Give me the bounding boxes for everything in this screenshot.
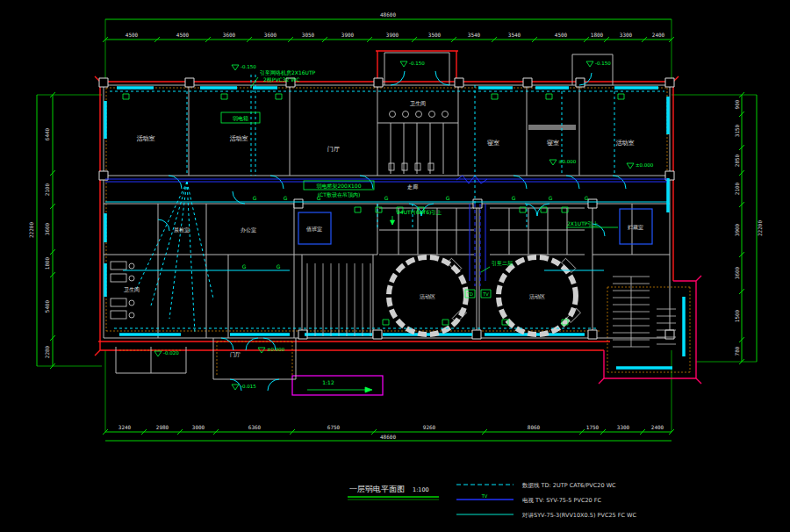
stair-left-risers bbox=[307, 263, 370, 336]
dim-label: 3500 bbox=[428, 32, 442, 38]
note-cable-tray-2: (CT敷设在吊顶内) bbox=[318, 191, 361, 198]
note-riser2: 2X1UTP引上 bbox=[567, 220, 598, 227]
note-riser-up: 24UTP(CAT6)引上 bbox=[397, 209, 442, 216]
g-mark: G bbox=[446, 195, 450, 201]
dim-label: 3900 bbox=[734, 223, 740, 236]
note-lv-cabinet: 弱电箱 bbox=[233, 115, 248, 122]
legend: 一层弱电平面图 1:100 TV 数据线 TD: 2UTP CAT6/PVC20… bbox=[348, 482, 637, 519]
room-label-activity1: 活动室 bbox=[137, 135, 155, 142]
room-label-activity3: 活动室 bbox=[616, 140, 635, 147]
dim-label: 2100 bbox=[44, 183, 50, 196]
room-label-office2: 办公室 bbox=[241, 226, 256, 233]
dim-label: 8060 bbox=[528, 424, 541, 430]
riser-arrow bbox=[391, 216, 395, 225]
floorplan-drawing: 4500 4500 3600 3600 3050 3900 3900 3500 … bbox=[0, 0, 790, 532]
fixture-layer bbox=[111, 111, 676, 348]
dim-total-bottom: 48600 bbox=[380, 434, 396, 440]
room-label-dorm2: 寝室 bbox=[547, 140, 559, 147]
td-outlet-label: TD bbox=[466, 291, 473, 297]
dim-label: 1800 bbox=[591, 32, 604, 38]
dim-label: 1800 bbox=[44, 256, 50, 270]
note-to-2f: 引至二层 bbox=[492, 260, 513, 267]
g-mark: G bbox=[512, 195, 516, 201]
dim-label: 3600 bbox=[44, 222, 50, 235]
dim-label: 3300 bbox=[620, 32, 633, 38]
wall-layer bbox=[95, 51, 701, 395]
legend-label-data: 数据线 TD: 2UTP CAT6/PVC20 WC bbox=[521, 482, 616, 489]
dim-label: 2280 bbox=[44, 345, 50, 358]
room-label-wc-left: 卫生间 bbox=[124, 286, 140, 293]
dim-label: 5400 bbox=[44, 299, 50, 313]
dim-label: 3150 bbox=[734, 124, 740, 137]
legend-tv-tag: TV bbox=[481, 493, 488, 499]
drawing-title: 一层弱电平面图 bbox=[349, 485, 405, 493]
dim-label: 3900 bbox=[386, 32, 399, 38]
dim-label: 3000 bbox=[192, 424, 205, 430]
dim-label: 9260 bbox=[423, 424, 436, 430]
note-cable-tray: 弱电桥架200X100 bbox=[316, 183, 361, 190]
g-mark: G bbox=[242, 263, 247, 270]
dim-label: 3600 bbox=[264, 32, 277, 38]
dim-label: 2980 bbox=[156, 424, 169, 430]
elev-label: -0.150 bbox=[409, 61, 425, 66]
legend-label-intercom: 对讲SYV-75-3(RVV10X0.5) PVC25 FC WC bbox=[521, 512, 637, 519]
elev-label: -0.015 bbox=[241, 384, 256, 389]
ramp-outline-magenta bbox=[292, 376, 383, 395]
g-mark: G bbox=[284, 195, 288, 201]
dim-label: 3900 bbox=[341, 32, 355, 38]
g-mark: G bbox=[585, 195, 589, 201]
dim-total-top: 48600 bbox=[380, 11, 396, 18]
drawing-scale: 1:100 bbox=[413, 486, 429, 493]
wc-fixtures bbox=[389, 111, 449, 171]
elev-label: -0.150 bbox=[595, 61, 611, 66]
cad-floorplan-canvas: 4500 4500 3600 3600 3050 3900 3900 3500 … bbox=[0, 0, 790, 532]
note-to-network-room: 引至网络机房2X16UTP bbox=[260, 69, 316, 76]
ramp-arrow bbox=[307, 387, 372, 392]
dim-label: 3540 bbox=[468, 32, 481, 38]
room-label-storage: 贮藏室 bbox=[628, 224, 643, 230]
room-label-corridor: 走廊 bbox=[407, 183, 418, 191]
dim-label: 3540 bbox=[508, 32, 521, 38]
room-label-wc-top: 卫生间 bbox=[410, 100, 426, 107]
dim-label: 4500 bbox=[555, 32, 568, 38]
room-label-hall-bottom: 门厅 bbox=[230, 351, 241, 357]
legend-label-tv: 电视 TV: SYV-75-5 PVC20 FC bbox=[522, 497, 602, 504]
wardrobe-strip bbox=[528, 125, 576, 130]
room-label-circle2: 活动区 bbox=[529, 293, 545, 300]
g-mark: G bbox=[549, 195, 553, 201]
dim-label: 6750 bbox=[327, 424, 341, 430]
dim-label: 2850 bbox=[734, 154, 740, 167]
room-label-duty: 值班室 bbox=[306, 226, 322, 232]
dim-label: 6360 bbox=[248, 424, 262, 430]
elev-label: ±0.000 bbox=[267, 347, 285, 352]
dim-label: 2400 bbox=[652, 32, 665, 38]
room-label-hall-top: 门厅 bbox=[327, 146, 340, 153]
dim-label: 1500 bbox=[734, 309, 740, 322]
elev-label: -0.020 bbox=[163, 350, 179, 356]
room-label-dorm1: 寝室 bbox=[487, 140, 499, 147]
dim-total-right: 22200 bbox=[757, 220, 763, 236]
note-conduit: 2根PVC32 WC bbox=[263, 76, 299, 83]
walls-gray bbox=[104, 53, 670, 379]
elev-label: -0.150 bbox=[241, 64, 256, 69]
dim-label: 780 bbox=[734, 346, 740, 356]
dim-label: 2400 bbox=[651, 424, 664, 430]
dim-total-left: 22200 bbox=[28, 222, 34, 238]
door-arcs-cyan bbox=[158, 71, 626, 391]
room-label-circle1: 活动区 bbox=[420, 293, 435, 300]
dim-label: 3600 bbox=[734, 266, 740, 279]
tv-outlet-label: TV bbox=[482, 291, 489, 297]
ramp-label: 1:12 bbox=[322, 379, 334, 385]
tv-trunk-blue bbox=[105, 176, 667, 281]
dim-label: 3600 bbox=[223, 32, 236, 38]
dim-label: 1750 bbox=[586, 424, 600, 430]
elev-label: ±0.000 bbox=[558, 159, 577, 164]
g-mark: G bbox=[276, 263, 281, 270]
room-label-office1: 晨检室 bbox=[174, 226, 190, 233]
room-label-activity2: 活动室 bbox=[230, 135, 248, 142]
dim-label: 900 bbox=[734, 99, 740, 109]
dim-label: 3300 bbox=[617, 424, 630, 430]
dim-label: 3240 bbox=[118, 424, 132, 430]
g-mark: G bbox=[253, 195, 257, 201]
g-mark: G bbox=[384, 195, 389, 201]
